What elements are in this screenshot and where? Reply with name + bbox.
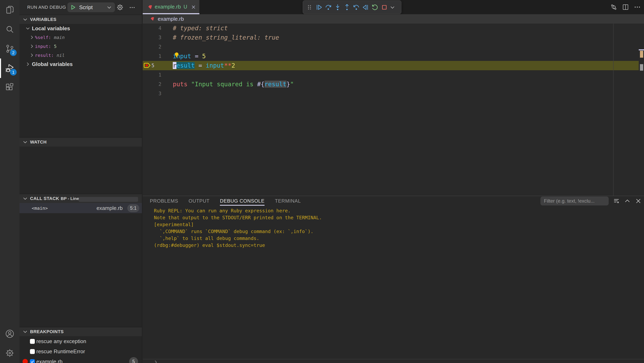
activity-bar: 2 1: [0, 0, 20, 363]
step-back-icon: [352, 4, 360, 11]
restart-icon: [371, 4, 379, 11]
debug-more-actions-button[interactable]: [389, 2, 396, 12]
debug-continue-button[interactable]: [314, 2, 324, 12]
section-title: WATCH: [30, 140, 47, 145]
chevron-down-icon: [22, 196, 28, 202]
section-header-variables[interactable]: VARIABLES: [20, 14, 142, 24]
debug-restart-button[interactable]: [370, 2, 380, 12]
bottom-panel: PROBLEMS OUTPUT DEBUG CONSOLE TERMINAL F…: [143, 196, 644, 363]
console-line: Ruby REPL: You can run any Ruby expressi…: [154, 207, 322, 214]
code-editor[interactable]: 4 # typed: strict 3 # frozen_string_lite…: [143, 24, 644, 196]
line-number: 1: [143, 52, 162, 61]
clear-console-button[interactable]: [613, 198, 620, 204]
step-into-icon: [334, 4, 342, 11]
debug-reverse-continue-button[interactable]: [361, 2, 370, 12]
open-changes-icon[interactable]: [610, 4, 617, 10]
start-debug-icon[interactable]: [70, 4, 76, 10]
launch-config-dropdown[interactable]: Script: [68, 2, 115, 12]
scope-label: Global variables: [32, 61, 73, 68]
variable-row-input[interactable]: input: 5: [20, 42, 142, 51]
line-number: 3: [143, 33, 162, 42]
debug-toolbar-drag-handle[interactable]: [305, 2, 314, 12]
panel-tab-problems[interactable]: PROBLEMS: [150, 196, 178, 206]
variable-row-self[interactable]: %self: main: [20, 33, 142, 42]
code-line: 2 puts "Input squared is #{result}": [143, 80, 639, 89]
breakpoint-row-runtime-error[interactable]: rescue RuntimeError: [20, 346, 142, 356]
code-line: 4 # typed: strict: [143, 24, 639, 33]
console-input-row[interactable]: [143, 359, 644, 363]
variable-name: input:: [35, 44, 51, 49]
gear-icon: [5, 348, 14, 358]
debug-step-into-button[interactable]: [333, 2, 342, 12]
breakpoint-label: rescue any exception: [36, 338, 86, 344]
code-text: # frozen_string_literal: true: [173, 33, 279, 42]
maximize-panel-button[interactable]: [624, 198, 630, 204]
checkmark-icon: [30, 360, 34, 363]
tab-git-status: U: [184, 0, 187, 14]
launch-config-label: Script: [79, 4, 106, 10]
tab-example-rb[interactable]: example.rb U: [143, 0, 199, 14]
panel-tab-output[interactable]: OUTPUT: [188, 196, 210, 206]
variable-row-result[interactable]: result: nil: [20, 51, 142, 60]
ruby-file-icon: [148, 5, 153, 10]
debug-settings-gear-icon[interactable]: [116, 4, 124, 11]
chevron-right-icon: [153, 360, 158, 363]
checkbox-unchecked[interactable]: [30, 349, 35, 354]
breakpoint-row-example-rb[interactable]: example.rb 5: [20, 356, 142, 363]
activity-source-control[interactable]: 2: [0, 39, 20, 58]
debug-console-output[interactable]: Ruby REPL: You can run any Ruby expressi…: [154, 207, 322, 249]
more-actions-icon[interactable]: [634, 4, 641, 10]
chevron-right-icon: [29, 52, 34, 58]
sidebar-run-and-debug: RUN AND DEBUG Script VARIABLES Local var…: [20, 0, 142, 363]
close-panel-button[interactable]: [635, 198, 642, 204]
console-filter-input[interactable]: Filter (e.g. text, !exclu...: [540, 196, 609, 206]
activity-run-and-debug[interactable]: 1: [0, 58, 20, 78]
variable-value: nil: [57, 53, 65, 58]
activity-explorer[interactable]: [0, 0, 20, 20]
lightbulb-icon[interactable]: [174, 52, 180, 58]
chevron-up-icon: [624, 198, 630, 204]
breadcrumb-item[interactable]: example.rb: [158, 16, 184, 22]
filter-placeholder: Filter (e.g. text, !exclu...: [544, 198, 594, 204]
debug-step-out-button[interactable]: [342, 2, 352, 12]
gripper-icon: [306, 4, 313, 10]
code-line: 2: [143, 42, 639, 52]
code-line-current: 5 result = input**2: [143, 61, 639, 70]
section-header-breakpoints[interactable]: BREAKPOINTS: [20, 327, 142, 336]
debug-step-over-button[interactable]: [324, 2, 333, 12]
split-editor-icon[interactable]: [622, 4, 629, 10]
stack-frame-name: <main>: [32, 206, 48, 211]
activity-accounts[interactable]: [0, 324, 20, 344]
panel-tab-terminal[interactable]: TERMINAL: [275, 196, 301, 206]
activity-settings[interactable]: [0, 343, 20, 363]
chevron-down-icon: [22, 17, 28, 22]
column-ruler: [613, 24, 614, 196]
close-icon[interactable]: [191, 4, 196, 10]
debug-stop-button[interactable]: [380, 2, 389, 12]
breadcrumbs[interactable]: example.rb: [143, 14, 644, 24]
panel-tab-debug-console[interactable]: DEBUG CONSOLE: [220, 196, 264, 206]
console-line: `,help` to list all debug commands.: [154, 235, 322, 242]
chevron-down-icon: [390, 4, 395, 10]
chevron-down-icon: [22, 139, 28, 145]
console-line: (rdbg:#debugger) eval $stdout.sync=true: [154, 242, 322, 249]
stack-frame-position-badge: 5:1: [127, 204, 139, 212]
checkbox-checked[interactable]: [30, 359, 35, 363]
scope-local-variables[interactable]: Local variables: [20, 24, 142, 33]
scope-global-variables[interactable]: Global variables: [20, 60, 142, 68]
sidebar-title: RUN AND DEBUG: [27, 0, 66, 14]
checkbox-unchecked[interactable]: [30, 339, 35, 344]
views-more-actions-icon[interactable]: [129, 4, 135, 10]
activity-search[interactable]: [0, 20, 20, 39]
variable-name: result:: [35, 53, 54, 58]
activity-extensions[interactable]: [0, 78, 20, 98]
tab-filename: example.rb: [155, 0, 181, 14]
section-header-call-stack[interactable]: CALL STACK BP - Line: [20, 194, 142, 203]
code-text: result = input**2: [173, 61, 235, 70]
stack-frame-row[interactable]: <main> example.rb 5:1: [20, 203, 142, 213]
section-title: CALL STACK: [30, 196, 59, 201]
debug-step-back-button[interactable]: [352, 2, 361, 12]
section-header-watch[interactable]: WATCH: [20, 137, 142, 146]
variable-value: main: [54, 35, 64, 40]
breakpoint-row-exception[interactable]: rescue any exception: [20, 336, 142, 346]
